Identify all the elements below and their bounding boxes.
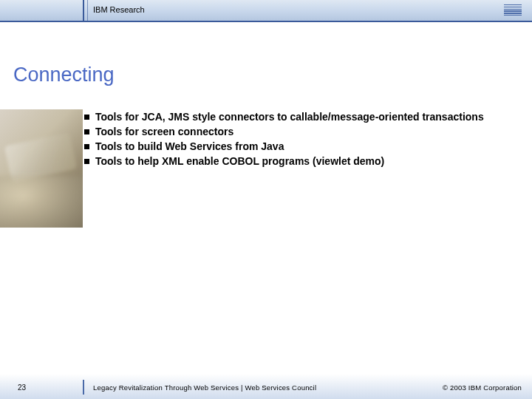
list-item: Tools to build Web Services from Java <box>84 140 520 154</box>
header-bar <box>0 0 532 21</box>
footer-divider <box>83 380 84 395</box>
slide: IBM Research Connecting Tools for JCA, J… <box>0 0 532 399</box>
bullet-text: Tools for screen connectors <box>95 125 233 139</box>
ibm-logo-icon <box>504 4 522 16</box>
decorative-photo <box>0 109 83 228</box>
brand-label: IBM Research <box>93 5 145 14</box>
bullet-icon <box>84 115 89 120</box>
header-divider-thin <box>87 0 88 21</box>
header-divider <box>83 0 84 21</box>
copyright: © 2003 IBM Corporation <box>443 383 522 392</box>
bullet-icon <box>84 159 89 164</box>
page-number: 23 <box>18 383 26 392</box>
list-item: Tools for JCA, JMS style connectors to c… <box>84 110 520 124</box>
bullet-list: Tools for JCA, JMS style connectors to c… <box>84 110 520 169</box>
footer-text: Legacy Revitalization Through Web Servic… <box>93 383 316 392</box>
bullet-text: Tools to build Web Services from Java <box>95 140 284 154</box>
list-item: Tools for screen connectors <box>84 125 520 139</box>
bullet-text: Tools to help XML enable COBOL programs … <box>95 154 384 168</box>
bullet-icon <box>84 129 89 134</box>
slide-title: Connecting <box>13 64 115 86</box>
header-underline <box>0 21 532 22</box>
bullet-icon <box>84 144 89 149</box>
list-item: Tools to help XML enable COBOL programs … <box>84 154 520 168</box>
bullet-text: Tools for JCA, JMS style connectors to c… <box>95 110 484 124</box>
